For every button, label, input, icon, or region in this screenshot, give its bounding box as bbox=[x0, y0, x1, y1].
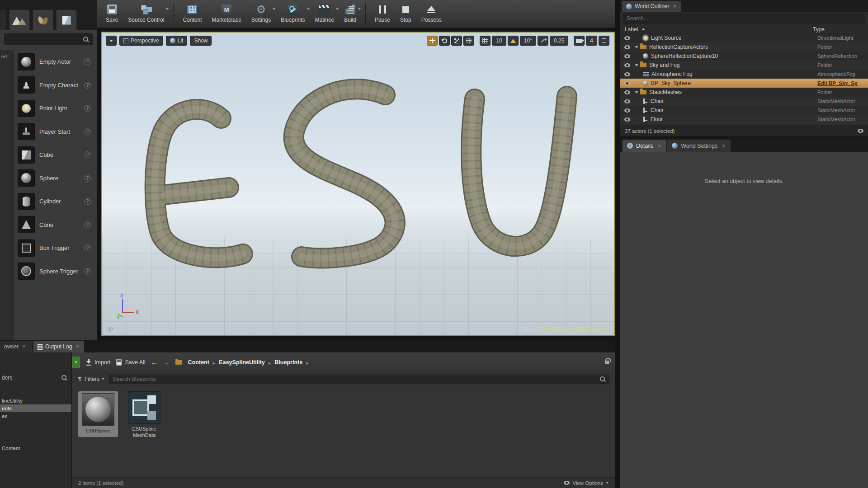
rotation-snap-toggle-button[interactable] bbox=[508, 36, 519, 46]
place-item-sphere[interactable]: Sphere ? bbox=[14, 167, 97, 190]
mode-tab-landscape[interactable] bbox=[9, 9, 30, 30]
outliner-column-header[interactable]: Label Type bbox=[620, 25, 868, 33]
place-item-empty-actor[interactable]: Empty Actor ? bbox=[14, 50, 97, 74]
close-icon[interactable] bbox=[21, 343, 27, 350]
search-icon[interactable] bbox=[61, 375, 67, 380]
letter-s-spline[interactable] bbox=[294, 89, 395, 258]
scale-tool-button[interactable] bbox=[451, 36, 462, 46]
outliner-row-bp-sky-sphere[interactable]: BP_Sky_Sphere Edit BP_Sky_Sp bbox=[620, 79, 868, 88]
forward-button[interactable] bbox=[163, 358, 170, 366]
source-folder-partial[interactable]: es bbox=[0, 412, 71, 420]
outliner-row-reflectioncaptureactors[interactable]: ReflectionCaptureActors Folder bbox=[620, 42, 868, 52]
asset-esuspline[interactable]: ESUSpline bbox=[78, 391, 118, 437]
place-item-cylinder[interactable]: Cylinder ? bbox=[14, 190, 97, 213]
expander-icon[interactable] bbox=[635, 64, 638, 66]
outliner-row-staticmeshes[interactable]: StaticMeshes Folder bbox=[620, 88, 868, 97]
view-options-button[interactable]: View Options bbox=[564, 480, 609, 486]
visibility-eye-icon[interactable] bbox=[622, 108, 632, 113]
settings-button[interactable]: Settings bbox=[247, 2, 275, 24]
filters-button[interactable]: Filters bbox=[77, 376, 104, 382]
breadcrumb-blueprints[interactable]: Blueprints bbox=[274, 359, 302, 366]
source-folder-easysplineutility[interactable]: lineUtility bbox=[0, 397, 71, 404]
outliner-row-floor[interactable]: Floor StaticMeshActor bbox=[620, 115, 868, 124]
dropdown-caret-icon[interactable] bbox=[273, 8, 275, 10]
dropdown-caret-icon[interactable] bbox=[336, 8, 339, 10]
help-icon[interactable]: ? bbox=[84, 151, 91, 158]
rotate-tool-button[interactable] bbox=[439, 36, 450, 46]
mode-tab-geometry[interactable] bbox=[56, 9, 77, 30]
close-icon[interactable] bbox=[672, 3, 677, 9]
help-icon[interactable]: ? bbox=[84, 175, 91, 182]
source-folder-blueprints[interactable]: rints bbox=[0, 404, 71, 412]
matinee-button[interactable]: Matinee bbox=[311, 2, 339, 24]
tab-output-log[interactable]: Output Log bbox=[33, 341, 84, 352]
edit-blueprint-link[interactable]: Edit BP_Sky_Sp bbox=[817, 80, 868, 86]
breadcrumb-content[interactable]: Content bbox=[188, 359, 209, 366]
outliner-row-light-source[interactable]: Light Source DirectionalLight bbox=[620, 33, 868, 42]
outliner-search-input[interactable] bbox=[627, 15, 862, 22]
dropdown-caret-icon[interactable] bbox=[166, 8, 169, 10]
help-icon[interactable]: ? bbox=[84, 198, 91, 205]
perspective-button[interactable]: Perspective bbox=[119, 36, 163, 46]
save-button[interactable]: Save bbox=[101, 2, 123, 24]
tab-world-outliner[interactable]: World Outliner bbox=[622, 1, 681, 12]
marketplace-button[interactable]: Marketplace bbox=[207, 2, 245, 24]
dropdown-caret-icon[interactable] bbox=[307, 8, 310, 10]
help-icon[interactable]: ? bbox=[84, 244, 91, 251]
asset-search-input[interactable] bbox=[113, 376, 597, 382]
tab-details[interactable]: Details bbox=[623, 140, 666, 152]
help-icon[interactable]: ? bbox=[84, 268, 91, 275]
place-item-empty-character[interactable]: Empty Charact ? bbox=[14, 74, 97, 97]
place-search-input[interactable] bbox=[8, 36, 80, 42]
content-button[interactable]: Content bbox=[178, 2, 206, 24]
level-viewport[interactable]: Perspective Lit Show 10 10° 0.25 4 Z X Y bbox=[101, 32, 615, 336]
visibility-eye-icon[interactable] bbox=[622, 99, 632, 103]
source-folder-content[interactable]: Content bbox=[0, 444, 71, 452]
place-item-cone[interactable]: Cone ? bbox=[14, 213, 97, 237]
close-icon[interactable] bbox=[721, 143, 726, 149]
tab-world-settings[interactable]: World Settings bbox=[667, 140, 731, 152]
place-category-strip[interactable]: ed bbox=[0, 50, 14, 340]
visibility-eye-icon[interactable] bbox=[622, 54, 632, 58]
eye-icon[interactable] bbox=[858, 129, 863, 133]
camera-speed-value-button[interactable]: 4 bbox=[586, 36, 597, 46]
type-column-header[interactable]: Type bbox=[813, 26, 863, 33]
maximize-viewport-button[interactable] bbox=[599, 36, 609, 46]
visibility-eye-icon[interactable] bbox=[622, 81, 632, 85]
help-icon[interactable]: ? bbox=[84, 105, 91, 112]
place-item-point-light[interactable]: Point Light ? bbox=[14, 97, 97, 120]
letter-e-spline[interactable] bbox=[155, 109, 243, 258]
visibility-eye-icon[interactable] bbox=[622, 63, 632, 67]
world-local-toggle-button[interactable] bbox=[463, 36, 474, 46]
asset-esusplinemeshdata[interactable]: ESUSpline MeshData bbox=[124, 391, 164, 439]
blueprints-button[interactable]: Blueprints bbox=[276, 2, 309, 24]
camera-speed-button[interactable] bbox=[574, 36, 585, 46]
visibility-eye-icon[interactable] bbox=[622, 45, 632, 49]
asset-search-box[interactable] bbox=[109, 375, 609, 384]
build-button[interactable]: Build bbox=[340, 2, 361, 24]
rotation-snap-value-button[interactable]: 10° bbox=[520, 36, 536, 46]
visibility-eye-icon[interactable] bbox=[622, 72, 632, 76]
help-icon[interactable]: ? bbox=[84, 82, 91, 89]
scale-snap-value-button[interactable]: 0.25 bbox=[550, 36, 568, 46]
outliner-row-chair-2[interactable]: Chair StaticMeshActor bbox=[620, 106, 868, 115]
help-icon[interactable]: ? bbox=[84, 128, 91, 135]
place-item-player-start[interactable]: Player Start ? bbox=[14, 120, 97, 144]
place-search-box[interactable] bbox=[4, 33, 93, 45]
outliner-row-spherereflectioncapture10[interactable]: SphereReflectionCapture10 SphereReflecti… bbox=[620, 52, 868, 61]
source-control-button[interactable]: Source Control bbox=[123, 2, 169, 24]
expander-icon[interactable] bbox=[635, 46, 638, 48]
grid-snap-toggle-button[interactable] bbox=[480, 36, 491, 46]
expander-icon[interactable] bbox=[635, 91, 638, 94]
close-icon[interactable] bbox=[75, 343, 80, 350]
visibility-eye-icon[interactable] bbox=[622, 36, 632, 40]
place-item-box-trigger[interactable]: Box Trigger ? bbox=[14, 236, 97, 260]
dropdown-caret-icon[interactable] bbox=[358, 8, 361, 10]
add-new-button-partial[interactable] bbox=[72, 357, 80, 368]
level-name[interactable]: Minimal_Default (Persistent) bbox=[539, 326, 608, 333]
visibility-eye-icon[interactable] bbox=[622, 90, 632, 94]
lit-mode-button[interactable]: Lit bbox=[166, 36, 188, 46]
label-column-header[interactable]: Label bbox=[625, 26, 638, 33]
back-button[interactable] bbox=[151, 358, 158, 366]
translate-tool-button[interactable] bbox=[427, 36, 438, 46]
